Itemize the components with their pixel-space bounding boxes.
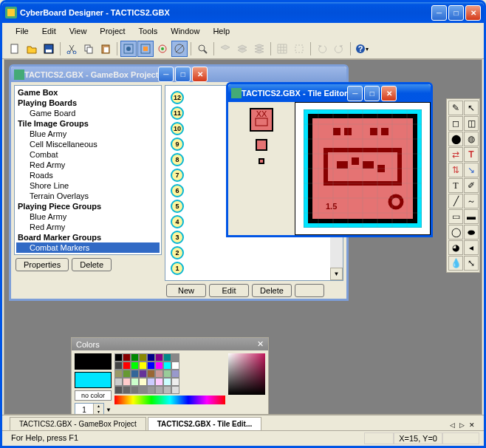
menu-window[interactable]: Window bbox=[165, 24, 205, 38]
palette-cell[interactable] bbox=[171, 353, 179, 362]
properties-button[interactable]: Properties bbox=[16, 258, 69, 271]
cut-icon[interactable] bbox=[64, 41, 80, 57]
palette-cell[interactable] bbox=[155, 378, 163, 386]
hue-slider[interactable] bbox=[114, 396, 225, 404]
tree-item[interactable]: Terrain Overlays bbox=[16, 191, 160, 201]
palette-cell[interactable] bbox=[163, 386, 171, 394]
rotate-left-icon[interactable] bbox=[314, 41, 330, 57]
te-close[interactable]: ✕ bbox=[381, 86, 397, 101]
palette-cell[interactable] bbox=[147, 362, 155, 370]
tab-close-icon[interactable]: ✕ bbox=[468, 420, 476, 430]
help-icon[interactable]: ?▾ bbox=[354, 41, 370, 57]
blank-button[interactable] bbox=[295, 284, 324, 297]
smudge-tool-icon[interactable]: ◕ bbox=[448, 240, 463, 255]
menu-help[interactable]: Help bbox=[207, 24, 236, 38]
layer2-icon[interactable] bbox=[234, 41, 250, 57]
menu-edit[interactable]: Edit bbox=[36, 24, 62, 38]
tree-hdr[interactable]: Board Marker Groups bbox=[16, 232, 160, 242]
opacity-spinner[interactable]: ▴▾ bbox=[75, 403, 104, 415]
pencil-tool-icon[interactable]: ✎ bbox=[448, 101, 463, 115]
tile-item[interactable]: 11 bbox=[171, 106, 184, 120]
tree-hdr[interactable]: Playing Boards bbox=[16, 98, 160, 108]
delete-tile-button[interactable]: Delete bbox=[252, 284, 292, 297]
palette-cell[interactable] bbox=[114, 353, 123, 362]
new-file-icon[interactable] bbox=[7, 41, 23, 57]
palette-cell[interactable] bbox=[147, 378, 155, 386]
palette-cell[interactable] bbox=[123, 362, 131, 370]
picker-tool-icon[interactable]: ⤡ bbox=[464, 256, 479, 271]
tile-preview-large[interactable]: XX bbox=[250, 108, 273, 132]
te-maximize[interactable]: □ bbox=[364, 86, 380, 101]
colors-close-icon[interactable]: ✕ bbox=[257, 339, 264, 349]
tree-item[interactable]: Blue Army bbox=[16, 129, 160, 139]
tab-scroll-left-icon[interactable]: ◁ bbox=[448, 420, 456, 430]
pixel-art[interactable]: 1.5 bbox=[304, 109, 422, 228]
tree-item[interactable]: Shore Line bbox=[16, 180, 160, 191]
palette-cell[interactable] bbox=[163, 362, 171, 370]
delete-button[interactable]: Delete bbox=[72, 258, 112, 271]
curve-tool-icon[interactable]: ～ bbox=[464, 194, 479, 208]
paste-icon[interactable] bbox=[97, 41, 114, 57]
colors-panel[interactable]: Colors ✕ no color ▴▾ ▼ bbox=[71, 337, 269, 415]
tile-item[interactable]: 10 bbox=[171, 122, 184, 135]
tab-tile-editor[interactable]: TACTICS2.GBX - Tile Edit... bbox=[148, 417, 262, 430]
text2-tool-icon[interactable]: T bbox=[448, 178, 463, 193]
tile-item[interactable]: 8 bbox=[171, 153, 184, 166]
arrow-tool-icon[interactable]: ↘ bbox=[464, 163, 479, 177]
tile-editor-window[interactable]: TACTICS2.GBX - Tile Editor ─ □ ✕ XX bbox=[226, 82, 433, 237]
tree-hdr[interactable]: Playing Piece Groups bbox=[16, 201, 160, 211]
zoom-icon[interactable] bbox=[194, 41, 211, 57]
tile-item[interactable]: 7 bbox=[171, 169, 184, 182]
tile-item[interactable]: 9 bbox=[171, 138, 184, 151]
select-tool-icon[interactable]: ↖ bbox=[464, 101, 479, 115]
palette-cell[interactable] bbox=[147, 386, 155, 394]
eyedropper-tool-icon[interactable]: 💧 bbox=[448, 256, 463, 271]
palette-cell[interactable] bbox=[147, 370, 155, 378]
palette-cell[interactable] bbox=[131, 362, 139, 370]
tree-hdr[interactable]: Tile Image Groups bbox=[16, 118, 160, 129]
palette-cell[interactable] bbox=[155, 370, 163, 378]
palette-cell[interactable] bbox=[171, 386, 179, 394]
palette-cell[interactable] bbox=[171, 370, 179, 378]
close-button[interactable]: ✕ bbox=[465, 5, 481, 21]
fill-tool-icon[interactable]: ◍ bbox=[464, 132, 479, 146]
rect-tool-icon[interactable]: ▭ bbox=[448, 209, 463, 224]
gamebox-close[interactable]: ✕ bbox=[192, 67, 208, 82]
dropdown-icon[interactable]: ▼ bbox=[106, 407, 112, 413]
flip-h-icon[interactable]: ⇄ bbox=[448, 147, 463, 162]
tile-item[interactable]: 4 bbox=[171, 215, 184, 228]
tree-item[interactable]: Combat bbox=[16, 149, 160, 160]
palette-cell[interactable] bbox=[163, 378, 171, 386]
tab-gamebox[interactable]: TACTICS2.GBX - GameBox Project bbox=[10, 417, 146, 430]
tile-preview-small[interactable] bbox=[259, 158, 264, 164]
palette-cell[interactable] bbox=[123, 353, 131, 362]
menu-view[interactable]: View bbox=[64, 24, 93, 38]
palette-cell[interactable] bbox=[123, 378, 131, 386]
ellipse-tool-icon[interactable]: ◯ bbox=[448, 225, 463, 240]
palette-cell[interactable] bbox=[139, 362, 147, 370]
palette-cell[interactable] bbox=[114, 378, 123, 386]
palette-cell[interactable] bbox=[123, 370, 131, 378]
palette-cell[interactable] bbox=[123, 386, 131, 394]
maximize-button[interactable]: □ bbox=[448, 5, 464, 21]
menu-file[interactable]: File bbox=[10, 24, 35, 38]
palette-cell[interactable] bbox=[147, 353, 155, 362]
rotate-right-icon[interactable] bbox=[331, 41, 347, 57]
palette-cell[interactable] bbox=[114, 362, 123, 370]
palette-cell[interactable] bbox=[139, 378, 147, 386]
tab-scroll-right-icon[interactable]: ▷ bbox=[458, 420, 466, 430]
tile-item[interactable]: 3 bbox=[171, 231, 184, 244]
tool-b-icon[interactable] bbox=[137, 41, 154, 57]
tool-c-icon[interactable] bbox=[154, 41, 171, 57]
saturation-value-picker[interactable] bbox=[228, 353, 265, 395]
tree-item[interactable]: Red Army bbox=[16, 222, 160, 232]
minimize-button[interactable]: ─ bbox=[431, 5, 447, 21]
te-minimize[interactable]: ─ bbox=[347, 86, 363, 101]
line-tool-icon[interactable]: ╱ bbox=[448, 194, 463, 208]
palette-cell[interactable] bbox=[155, 362, 163, 370]
tree-item[interactable]: Cell Miscellaneous bbox=[16, 139, 160, 149]
opacity-input[interactable] bbox=[75, 404, 93, 415]
tool-d-icon[interactable] bbox=[171, 41, 188, 57]
palette-cell[interactable] bbox=[114, 370, 123, 378]
spin-down-icon[interactable]: ▾ bbox=[93, 410, 103, 415]
